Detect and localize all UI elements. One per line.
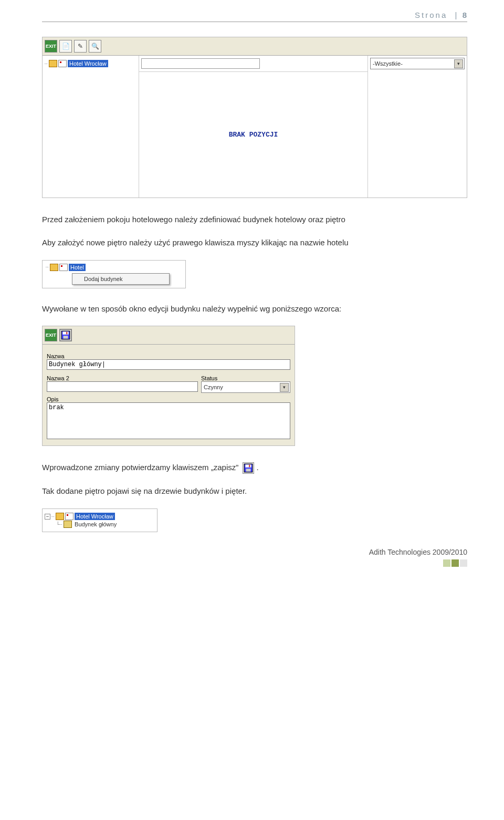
hotel-icon [59, 264, 68, 271]
paragraph-4: Wprowadzone zmiany potwierdzamy klawisze… [42, 462, 467, 474]
folder-icon [56, 513, 64, 520]
tree2-building-label[interactable]: Budynek główny [73, 521, 118, 528]
svg-rect-2 [64, 336, 68, 339]
ctx-hotel-label[interactable]: Hotel [69, 264, 86, 271]
filter-input[interactable] [141, 58, 260, 69]
save-icon-inline [243, 462, 254, 474]
folder-icon [49, 60, 57, 67]
input-nazwa2[interactable] [47, 381, 198, 392]
page-header-label: Strona [415, 11, 447, 19]
chevron-down-icon: ▾ [280, 383, 289, 392]
tree-connector: └┈ [56, 522, 62, 527]
context-menu-item-add-building[interactable]: Dodaj budynek [84, 276, 158, 282]
paragraph-4-period: . [256, 463, 258, 472]
edit-icon[interactable]: ✎ [74, 40, 87, 53]
tree-connector: ┈ [46, 264, 49, 270]
exit-button[interactable]: EXIT [45, 329, 57, 341]
ctx-tree-row: ┈ Hotel [46, 264, 182, 271]
exit-button[interactable]: EXIT [45, 40, 57, 53]
folder-icon [50, 264, 58, 271]
label-nazwa2: Nazwa 2 [47, 375, 198, 381]
context-menu: Dodaj budynek [72, 273, 170, 285]
tree2-hotel-row[interactable]: − ┈ Hotel Wrocław [45, 513, 155, 520]
status-combo[interactable]: Czynny ▾ [201, 381, 290, 393]
tree2-hotel-label[interactable]: Hotel Wrocław [75, 513, 115, 520]
tree-pane: ┈ Hotel Wrocław [43, 56, 139, 198]
label-status: Status [201, 375, 290, 381]
main-window-toolbar: EXIT 📄 ✎ 🔍 [43, 37, 467, 56]
tree2-building-row[interactable]: └┈ Budynek główny [45, 521, 155, 528]
paragraph-5: Tak dodane piętro pojawi się na drzewie … [42, 485, 467, 497]
new-document-icon[interactable]: 📄 [59, 40, 72, 53]
tree-root[interactable]: ┈ Hotel Wrocław [45, 60, 136, 67]
tree-collapse-icon[interactable]: − [45, 514, 50, 520]
hotel-icon [65, 513, 74, 520]
filter-combo-value: -Wszystkie- [373, 60, 403, 67]
status-combo-value: Czynny [204, 384, 223, 390]
hotel-icon [58, 60, 67, 67]
edit-building-form: EXIT Nazwa Nazwa 2 Status Czynny ▾ Opis [42, 326, 295, 446]
chevron-down-icon: ▾ [454, 59, 463, 68]
input-opis[interactable] [47, 402, 290, 439]
input-nazwa[interactable] [47, 359, 290, 370]
svg-rect-5 [246, 465, 251, 468]
svg-rect-1 [62, 332, 68, 335]
tree-connector: ┈ [51, 514, 55, 520]
right-pane: -Wszystkie- ▾ [368, 56, 467, 198]
page-header: Strona | 8 [42, 11, 467, 22]
save-button[interactable] [59, 329, 72, 341]
tree-expanded: − ┈ Hotel Wrocław └┈ Budynek główny [42, 508, 158, 532]
filter-combo[interactable]: -Wszystkie- ▾ [370, 58, 465, 69]
context-menu-screenshot: ┈ Hotel Dodaj budynek [42, 260, 186, 288]
tree-hotel-label[interactable]: Hotel Wrocław [68, 60, 108, 67]
zoom-icon[interactable]: 🔍 [89, 40, 101, 53]
svg-rect-3 [66, 332, 67, 335]
page-number: 8 [463, 11, 467, 19]
paragraph-2: Aby założyć nowe piętro należy użyć praw… [42, 237, 467, 248]
main-window-body: ┈ Hotel Wrocław BRAK POZYCJI -Wszystkie-… [43, 56, 467, 198]
paragraph-1: Przed założeniem pokoju hotelowego należ… [42, 214, 467, 225]
footer-text: Adith Technologies 2009/2010 [369, 548, 467, 556]
page-footer: Adith Technologies 2009/2010 [42, 548, 467, 564]
label-opis: Opis [47, 396, 290, 402]
edit-form-toolbar: EXIT [43, 326, 295, 345]
filter-bar [139, 56, 368, 72]
edit-form-body: Nazwa Nazwa 2 Status Czynny ▾ Opis [43, 345, 295, 445]
main-window: EXIT 📄 ✎ 🔍 ┈ Hotel Wrocław BRAK POZYCJI … [42, 37, 467, 198]
paragraph-4-text: Wprowadzone zmiany potwierdzamy klawisze… [42, 463, 238, 472]
footer-decoration [443, 559, 467, 567]
building-icon [64, 521, 72, 528]
tree-connector: ┈ [45, 61, 48, 67]
svg-rect-6 [246, 469, 251, 472]
paragraph-3: Wywołane w ten sposób okno edycji budynk… [42, 303, 467, 315]
svg-rect-7 [249, 465, 250, 468]
label-nazwa: Nazwa [47, 353, 290, 359]
empty-list-message: BRAK POZYCJI [139, 72, 368, 198]
center-pane: BRAK POZYCJI [139, 56, 368, 198]
